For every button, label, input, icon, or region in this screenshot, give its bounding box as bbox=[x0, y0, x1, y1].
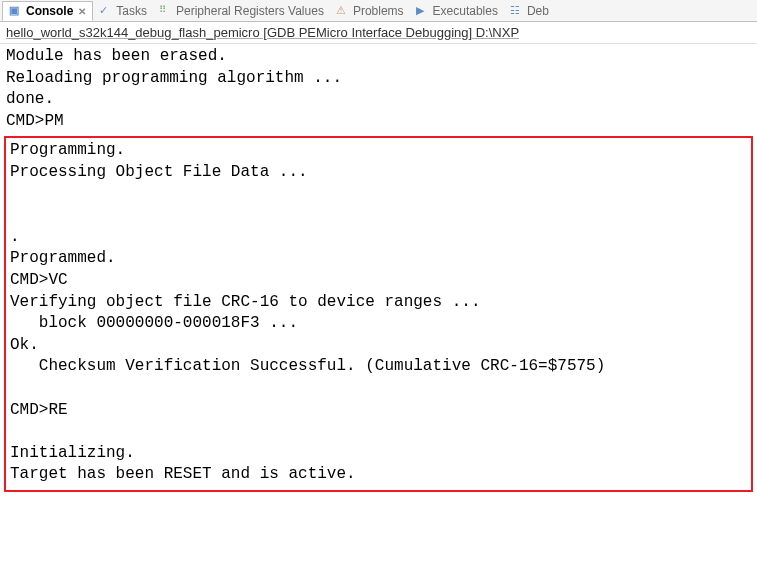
tab-tasks[interactable]: ✓ Tasks bbox=[93, 2, 153, 20]
tab-console[interactable]: ▣ Console ✕ bbox=[2, 1, 93, 21]
console-output-highlighted: Programming. Processing Object File Data… bbox=[10, 140, 747, 486]
tab-label: Peripheral Registers Values bbox=[176, 4, 324, 18]
tab-debug[interactable]: ☷ Deb bbox=[504, 2, 555, 20]
tab-label: Deb bbox=[527, 4, 549, 18]
console-icon: ▣ bbox=[9, 4, 23, 18]
tab-bar: ▣ Console ✕ ✓ Tasks ⠿ Peripheral Registe… bbox=[0, 0, 757, 22]
debug-icon: ☷ bbox=[510, 4, 524, 18]
highlight-box: Programming. Processing Object File Data… bbox=[4, 136, 753, 492]
tab-executables[interactable]: ▶ Executables bbox=[410, 2, 504, 20]
tab-label: Tasks bbox=[116, 4, 147, 18]
tab-label: Console bbox=[26, 4, 73, 18]
problems-icon: ⚠ bbox=[336, 4, 350, 18]
tab-peripheral-registers[interactable]: ⠿ Peripheral Registers Values bbox=[153, 2, 330, 20]
tab-label: Problems bbox=[353, 4, 404, 18]
close-icon[interactable]: ✕ bbox=[78, 6, 86, 17]
tasks-icon: ✓ bbox=[99, 4, 113, 18]
executables-icon: ▶ bbox=[416, 4, 430, 18]
registers-icon: ⠿ bbox=[159, 4, 173, 18]
tab-label: Executables bbox=[433, 4, 498, 18]
console-subtitle: hello_world_s32k144_debug_flash_pemicro … bbox=[0, 22, 757, 44]
console-output-top: Module has been erased. Reloading progra… bbox=[0, 44, 757, 134]
tab-problems[interactable]: ⚠ Problems bbox=[330, 2, 410, 20]
